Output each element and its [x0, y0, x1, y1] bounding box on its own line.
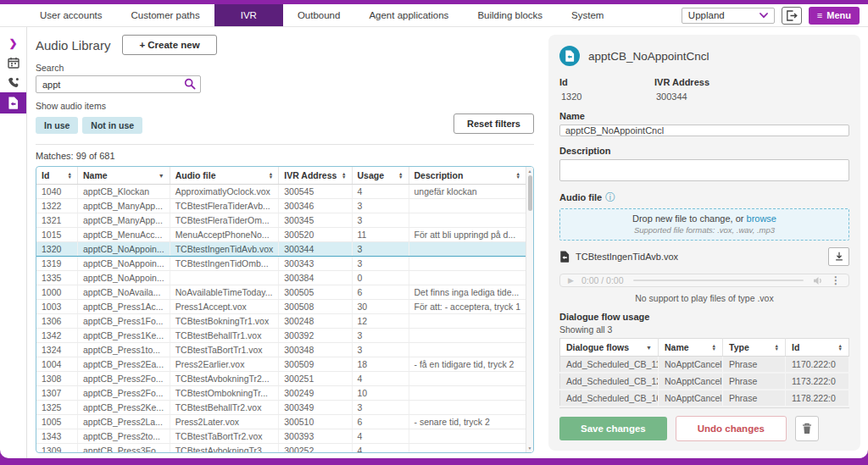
cell-audio-file: TCBtestIngenTidAvb.vox — [170, 242, 279, 257]
usage-column-id[interactable]: Id▲▼ — [786, 339, 849, 357]
save-changes-button[interactable]: Save changes — [559, 417, 667, 440]
cell-usage: 3 — [352, 199, 409, 213]
table-row[interactable]: 1015 apptCB_MenuAcc... MenuAcceptPhoneNo… — [36, 228, 526, 242]
sort-icon: ▲▼ — [838, 344, 843, 351]
table-row[interactable]: 1342 apptCB_Press1Ke... TCBtestBehallTr1… — [36, 329, 526, 343]
sidebar-item-audio-library[interactable] — [0, 92, 26, 113]
cell-id: 1040 — [36, 185, 77, 199]
sidebar-item-calendar[interactable] — [0, 53, 26, 72]
table-row[interactable]: 1309 apptCB_Press3Fo... TCBtestAvbokning… — [36, 444, 526, 454]
cell-id: 1306 — [36, 314, 77, 329]
cell-ivr-address: 300509 — [279, 357, 352, 372]
column-header-name[interactable]: Name▼ — [77, 167, 170, 185]
filter-chip-not-in-use[interactable]: Not in use — [82, 117, 142, 134]
cell-audio-file: Press2Earlier.vox — [170, 357, 279, 372]
sidebar-item-telephony[interactable] — [0, 73, 26, 91]
player-seek-bar[interactable] — [633, 280, 804, 281]
cell-ivr-address: 300251 — [279, 372, 352, 386]
table-row[interactable]: 1000 apptCB_NoAvaila... NoAvailableTimeT… — [36, 285, 526, 300]
usage-column-dialogue-flows[interactable]: Dialogue flows▼ — [560, 339, 659, 357]
cell-name: apptCB_Press1Ac... — [77, 300, 170, 314]
volume-icon[interactable] — [813, 276, 824, 285]
description-label: Description — [559, 146, 849, 156]
sort-icon: ▲▼ — [775, 344, 779, 351]
cell-ivr-address: 300249 — [279, 386, 352, 401]
region-select[interactable]: Uppland — [682, 8, 775, 24]
table-row[interactable]: 1308 apptCB_Press2Fo... TCBtestAvbokning… — [36, 372, 526, 386]
column-header-description[interactable]: Description▲▼ — [409, 167, 526, 185]
nav-tab-customer-paths[interactable]: Customer paths — [117, 4, 214, 26]
menu-button[interactable]: ≡ Menu — [809, 7, 860, 25]
table-row[interactable]: 1320 apptCB_NoAppoin... TCBtestIngenTidA… — [36, 242, 526, 257]
create-new-button[interactable]: + Create new — [122, 35, 216, 55]
audio-item-icon — [559, 46, 580, 66]
table-row[interactable]: 1306 apptCB_Press1Fo... TCBtestBokningTr… — [36, 314, 526, 329]
info-icon[interactable]: ⓘ — [605, 191, 615, 203]
usage-subtitle: Showing all 3 — [559, 324, 849, 335]
cell-description — [409, 444, 526, 454]
cell-ivr-address: 300349 — [279, 401, 352, 415]
nav-tab-building-blocks[interactable]: Building blocks — [463, 4, 557, 26]
table-row[interactable]: 1343 apptCB_Press2to... TCBtestTaBortTr2… — [36, 429, 526, 444]
name-input[interactable] — [559, 125, 849, 136]
scrollbar-thumb[interactable] — [528, 175, 532, 211]
table-row[interactable]: 1307 apptCB_Press2Fo... TCBtestOmbokning… — [36, 386, 526, 401]
nav-tab-user-accounts[interactable]: User accounts — [25, 4, 117, 26]
icon-sidebar: ❯ — [0, 27, 27, 458]
nav-tab-ivr[interactable]: IVR — [214, 4, 283, 26]
cell-usage: 3 — [352, 242, 409, 257]
usage-column-name[interactable]: Name▲▼ — [659, 339, 723, 357]
file-dropzone[interactable]: Drop new file to change, or browse Suppo… — [559, 208, 849, 241]
ivr-address-label: IVR Address — [654, 77, 749, 87]
player-menu-icon[interactable]: ⋮ — [831, 274, 841, 286]
cell-id: 1335 — [36, 271, 77, 285]
table-scrollbar[interactable]: ▲ ▼ — [526, 167, 533, 452]
play-button[interactable]: ▶ — [568, 276, 574, 285]
cell-ivr-address: 300545 — [279, 185, 352, 199]
column-header-audio-file[interactable]: Audio file▲▼ — [170, 167, 279, 185]
scroll-down-arrow-icon[interactable]: ▼ — [526, 446, 533, 451]
table-row[interactable]: 1003 apptCB_Press1Ac... Press1Accept.vox… — [36, 300, 526, 314]
cell-type: Phrase — [723, 373, 786, 390]
usage-table-header-row: Dialogue flows▼ Name▲▼ Type▲▼ Id▲▼ — [560, 339, 849, 357]
phone-icon — [7, 76, 19, 89]
cell-description — [409, 386, 526, 401]
table-row[interactable]: 1005 apptCB_Press2La... Press2Later.vox … — [36, 415, 526, 429]
audio-player: ▶ 0:00 / 0:00 ⋮ — [559, 274, 849, 287]
sort-icon: ▲▼ — [269, 172, 273, 179]
cell-id: 1173.222:0 — [786, 373, 849, 390]
cell-usage: 4 — [352, 444, 409, 454]
browse-link[interactable]: browse — [747, 213, 776, 224]
download-button[interactable] — [828, 247, 849, 266]
cell-name: apptCB_Press1Fo... — [77, 314, 170, 329]
table-row[interactable]: 1324 apptCB_Press1to... TCBtestTaBortTr1… — [36, 343, 526, 357]
table-row[interactable]: 1335 apptCB_NoAppoin... 300384 0 — [36, 271, 526, 285]
table-row[interactable]: 1319 apptCB_NoAppoin... TCBtestIngenTidO… — [36, 257, 526, 271]
logout-button[interactable] — [782, 7, 802, 25]
delete-button[interactable] — [795, 416, 819, 441]
cell-usage: 3 — [352, 401, 409, 415]
cell-usage: 4 — [352, 429, 409, 444]
table-row[interactable]: 1004 apptCB_Press2Ea... Press2Earlier.vo… — [36, 357, 526, 372]
column-header-ivr-address[interactable]: IVR Address▲▼ — [279, 167, 352, 185]
nav-tab-outbound[interactable]: Outbound — [283, 4, 355, 26]
usage-column-type[interactable]: Type▲▼ — [723, 339, 786, 357]
table-row[interactable]: 1322 apptCB_ManyApp... TCBtestFleraTider… — [36, 199, 526, 213]
audio-table-header-row: Id▲▼ Name▼ Audio file▲▼ IVR Address▲▼ Us… — [36, 167, 526, 185]
nav-tab-agent-applications[interactable]: Agent applications — [354, 4, 463, 26]
sidebar-expand-button[interactable]: ❯ — [0, 34, 26, 53]
table-row[interactable]: 1321 apptCB_ManyApp... TCBtestFleraTider… — [36, 213, 526, 228]
table-row[interactable]: 1040 apptCB_Klockan ApproximatlyOclock.v… — [36, 185, 526, 199]
nav-tab-system[interactable]: System — [557, 4, 618, 26]
undo-changes-button[interactable]: Undo changes — [676, 416, 787, 441]
filter-chip-in-use[interactable]: In use — [36, 117, 78, 134]
column-header-id[interactable]: Id▲▼ — [36, 167, 77, 185]
column-header-usage[interactable]: Usage▲▼ — [352, 167, 409, 185]
scroll-up-arrow-icon[interactable]: ▲ — [526, 169, 533, 174]
search-icon[interactable] — [184, 78, 196, 93]
search-input[interactable] — [36, 75, 201, 93]
cell-name: apptCB_ManyApp... — [77, 213, 170, 228]
reset-filters-button[interactable]: Reset filters — [453, 113, 534, 134]
table-row[interactable]: 1325 apptCB_Press2Ke... TCBtestBehallTr2… — [36, 401, 526, 415]
description-textarea[interactable] — [559, 159, 849, 181]
